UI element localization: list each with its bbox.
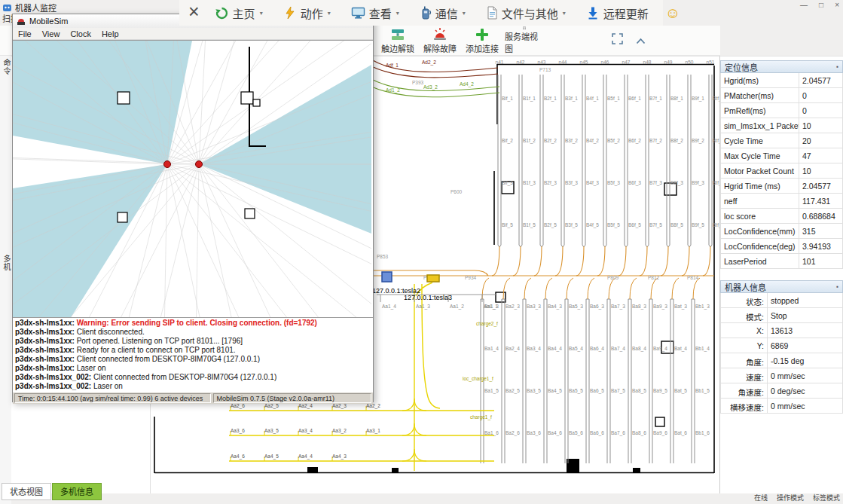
svg-text:B7f_3: B7f_3 [649,180,662,186]
row-label: neff [721,194,799,209]
status-item-2: 标签模式 [813,493,840,502]
fullscreen-icon[interactable] [612,33,623,47]
svg-text:Ba8_5: Ba8_5 [632,388,646,394]
menu-help[interactable]: Help [102,29,119,38]
svg-text:B4f_3: B4f_3 [586,180,599,186]
bottom-status: 在线操作模式标签模式 [754,493,840,502]
mobilesim-map-svg[interactable] [13,41,371,318]
svg-text:Aa1_3: Aa1_3 [416,304,430,310]
svg-text:Bat_3: Bat_3 [674,304,687,310]
sim-robot-1[interactable] [164,161,171,168]
svg-text:Bat_4: Bat_4 [674,346,687,352]
menu-view[interactable]: View [42,29,60,38]
view-icon [351,6,365,20]
mobilesim-log: p3dx-sh-lms1xx: Warning: Error sending S… [13,318,373,393]
log-line: p3dx-sh-lms1xx: Warning: Error sending S… [15,319,371,328]
bottom-tab-1[interactable]: 多机信息 [52,483,102,500]
table-row: 横移速度:0 mm/sec [721,399,843,414]
app-window: 命令多机 n41Bif_1Bif_2Bif_3Bif_5n42B1f_1B1f_… [0,0,843,504]
svg-text:Bat_6: Bat_6 [674,430,687,436]
log-line: p3dx-sh-lms1xx_002: Client connected fro… [15,373,371,382]
svg-text:B8f_5: B8f_5 [670,222,683,228]
svg-text:B3f_3: B3f_3 [565,180,578,186]
svg-text:B8f_1: B8f_1 [670,96,683,102]
clear-fault-button[interactable]: 解除故障 [420,26,460,54]
home-icon [215,6,229,20]
table-row: LaserPeriod101 [721,254,843,269]
svg-text:Aa4_5: Aa4_5 [264,454,279,460]
svg-text:Btf_5: Btf_5 [713,222,719,228]
row-value: 13613 [768,323,843,338]
robot-marker-tesla3[interactable] [427,275,439,282]
menu-file[interactable]: File [18,29,32,38]
svg-text:B1f_1: B1f_1 [523,96,536,102]
left-dock-strip: 命令多机 [0,26,11,504]
row-value: 101 [799,254,843,269]
toolbar-item-comm[interactable]: 通信▾ [420,5,466,21]
toolbar-item-label: 文件与其他 [502,5,558,21]
window-minimize-button[interactable]: — [800,1,808,9]
collapse-toolbar-icon[interactable] [636,34,646,47]
window-maximize-button[interactable]: □ [819,1,823,9]
toolbar-item-update[interactable]: 远程更新 [586,5,649,21]
svg-text:n42: n42 [517,60,525,65]
robot-marker-tesla2[interactable] [382,272,392,282]
toolbar-item-files[interactable]: 文件与其他▾ [486,5,566,21]
svg-text:Ba2_4: Ba2_4 [505,346,520,352]
bottom-tab-0[interactable]: 状态视图 [2,483,51,500]
svg-text:Aa4_4: Aa4_4 [298,454,313,460]
smiley-icon[interactable]: ☺ [665,5,680,20]
log-line: p3dx-sh-lms1xx: Ready for a client to co… [15,346,371,355]
collapsed-panel-0[interactable]: 命令 [1,59,12,75]
svg-text:n41: n41 [496,60,504,65]
svg-text:Adf_1: Adf_1 [386,63,399,69]
window-close-button[interactable]: × [835,1,839,9]
menu-clock[interactable]: Clock [70,29,91,38]
svg-text:Ba9_3: Ba9_3 [653,304,667,310]
row-value: 10 [799,163,843,179]
svg-text:B7f_1: B7f_1 [649,96,662,102]
panel-pin-icon[interactable]: ▪ [836,63,838,70]
panel-pin-icon[interactable]: ▪ [836,283,838,290]
svg-text:Ba9_6: Ba9_6 [653,430,667,436]
svg-text:B2f_2: B2f_2 [544,138,557,144]
svg-text:Ba2_6: Ba2_6 [505,430,520,436]
toolbar-item-action[interactable]: 动作▾ [283,5,331,21]
svg-text:Ba7_5: Ba7_5 [611,388,625,394]
mobilesim-map-canvas[interactable] [13,40,373,318]
svg-text:Ba9_5: Ba9_5 [653,388,667,394]
add-connection-button[interactable]: 添加连接 [463,26,502,54]
svg-text:Aa2_5: Aa2_5 [264,403,279,409]
collapsed-panel-1[interactable]: 多机 [1,255,12,271]
svg-text:B2f_3: B2f_3 [544,180,557,186]
sim-robot-2[interactable] [196,161,203,168]
svg-text:Ba6_6: Ba6_6 [590,430,604,436]
mobilesim-menubar: FileViewClockHelp [13,28,373,40]
log-line: p3dx-sh-lms1xx: Laser on [15,364,371,373]
row-value: stopped [768,293,843,308]
svg-text:Ba5_6: Ba5_6 [569,430,583,436]
svg-text:B7f_5: B7f_5 [649,222,662,228]
toolbar-item-view[interactable]: 查看▾ [351,5,399,21]
svg-text:P713: P713 [539,67,551,72]
close-toolbar-icon[interactable]: × [188,2,200,21]
svg-text:Aa4_6: Aa4_6 [231,454,245,460]
robot-panel-header: 机器人信息 ▪ [720,280,843,293]
svg-text:Ba2_3: Ba2_3 [505,304,520,310]
svg-text:Ba7_3: Ba7_3 [611,304,625,310]
row-label: Hgrid Time (ms) [721,179,799,194]
row-value: Stop [768,308,843,323]
svg-text:charge1_f: charge1_f [470,414,492,420]
toolbar-items: 主页▾动作▾查看▾通信▾文件与其他▾远程更新 [215,5,649,21]
toolbar-item-home[interactable]: 主页▾ [215,5,263,21]
server-view-button[interactable]: 服务端视图 [505,26,544,54]
row-value: 2.04577 [799,179,843,194]
svg-text:B8f_3: B8f_3 [670,180,683,186]
row-label: LocConfidence(deg) [721,239,799,254]
row-value: 0 deg/sec [768,383,843,399]
edge-unlock-button[interactable]: 触边解锁 [378,26,417,54]
toolbar-item-label: 查看 [369,5,392,21]
robot-label-tesla3: 127.0.0.1:tesla3 [404,294,452,301]
svg-text:Aa3_1: Aa3_1 [366,428,380,434]
row-label: PMatcher(ms) [721,88,799,103]
